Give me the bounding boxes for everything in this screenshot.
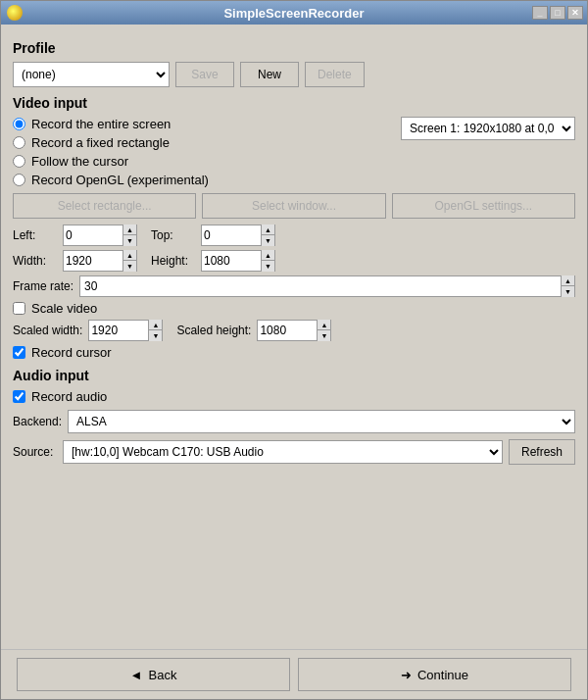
opengl-settings-button[interactable]: OpenGL settings... (392, 193, 575, 219)
scaled-height-input[interactable] (258, 321, 317, 340)
height-up-button[interactable]: ▲ (261, 250, 274, 261)
left-input[interactable] (64, 225, 122, 245)
backend-label: Backend: (13, 415, 62, 428)
maximize-button[interactable]: □ (550, 6, 565, 20)
radio-fixed-rect: Record a fixed rectangle (13, 135, 209, 150)
top-input[interactable] (202, 225, 261, 245)
left-spin-buttons: ▲ ▼ (122, 225, 136, 246)
titlebar: SimpleScreenRecorder _ □ ✕ (1, 1, 587, 25)
height-spinbox: ▲ ▼ (201, 250, 275, 272)
source-row: Source: [hw:10,0] Webcam C170: USB Audio… (13, 439, 575, 465)
new-button[interactable]: New (240, 62, 299, 87)
radio-fixed-rect-input[interactable] (13, 136, 25, 149)
top-label: Top: (151, 228, 195, 242)
refresh-button[interactable]: Refresh (509, 439, 575, 465)
scaled-width-down-button[interactable]: ▼ (148, 330, 162, 341)
scaled-height-down-button[interactable]: ▼ (317, 330, 330, 341)
radio-entire-screen-input[interactable] (13, 118, 25, 130)
framerate-spinbox: ▲ ▼ (79, 275, 575, 297)
source-select[interactable]: [hw:10,0] Webcam C170: USB Audio (63, 440, 503, 464)
radio-entire-screen-label: Record the entire screen (31, 117, 171, 131)
select-window-button[interactable]: Select window... (202, 193, 385, 219)
record-cursor-checkbox[interactable] (13, 346, 25, 359)
backend-select[interactable]: ALSA (68, 410, 575, 433)
scaled-height-spinbox: ▲ ▼ (257, 320, 331, 341)
select-rectangle-button[interactable]: Select rectangle... (13, 193, 196, 219)
radio-opengl-input[interactable] (13, 174, 25, 186)
height-down-button[interactable]: ▼ (261, 261, 274, 272)
radio-fixed-rect-label: Record a fixed rectangle (31, 135, 170, 150)
scale-video-label: Scale video (31, 301, 97, 316)
top-down-button[interactable]: ▼ (261, 235, 274, 246)
back-button[interactable]: ◄ Back (17, 658, 290, 691)
app-icon (7, 5, 23, 21)
radio-follow-cursor: Follow the cursor (13, 154, 209, 169)
width-spinbox: ▲ ▼ (63, 250, 137, 272)
height-input[interactable] (202, 251, 261, 271)
video-radio-group: Record the entire screen Record a fixed … (13, 117, 209, 187)
radio-entire-screen: Record the entire screen (13, 117, 209, 131)
framerate-down-button[interactable]: ▼ (561, 286, 574, 297)
height-spin-buttons: ▲ ▼ (261, 250, 274, 272)
continue-button[interactable]: ➜ Continue (298, 658, 571, 691)
scaled-width-input[interactable] (89, 321, 148, 340)
framerate-up-button[interactable]: ▲ (561, 275, 574, 286)
backend-row: Backend: ALSA (13, 410, 575, 433)
delete-button[interactable]: Delete (305, 62, 365, 87)
radio-opengl-label: Record OpenGL (experimental) (31, 173, 209, 187)
width-input[interactable] (64, 251, 122, 271)
rect-buttons-row: Select rectangle... Select window... Ope… (13, 193, 575, 219)
framerate-label: Frame rate: (13, 279, 74, 293)
radio-follow-cursor-label: Follow the cursor (31, 154, 128, 169)
profile-section-title: Profile (13, 40, 575, 56)
scaled-width-spinbox: ▲ ▼ (88, 320, 163, 341)
left-top-row: Left: ▲ ▼ Top: ▲ ▼ (13, 225, 575, 246)
width-spin-buttons: ▲ ▼ (122, 250, 136, 272)
framerate-spin-buttons: ▲ ▼ (561, 275, 574, 297)
scale-video-checkbox[interactable] (13, 302, 25, 315)
profile-select[interactable]: (none) (13, 62, 170, 87)
radio-follow-cursor-input[interactable] (13, 155, 25, 168)
scaled-width-up-button[interactable]: ▲ (148, 320, 162, 330)
save-button[interactable]: Save (175, 62, 234, 87)
minimize-button[interactable]: _ (532, 6, 548, 20)
screen-select[interactable]: Screen 1: 1920x1080 at 0,0 (401, 117, 575, 140)
top-spin-buttons: ▲ ▼ (261, 225, 274, 246)
framerate-input[interactable] (80, 276, 561, 296)
record-cursor-row: Record cursor (13, 345, 575, 360)
width-up-button[interactable]: ▲ (122, 250, 136, 261)
scaled-width-spin-buttons: ▲ ▼ (148, 320, 162, 341)
width-down-button[interactable]: ▼ (122, 261, 136, 272)
width-label: Width: (13, 254, 57, 268)
left-label: Left: (13, 228, 57, 242)
record-cursor-label: Record cursor (31, 345, 112, 360)
top-spinbox: ▲ ▼ (201, 225, 275, 246)
main-window: SimpleScreenRecorder _ □ ✕ Profile (none… (0, 0, 588, 700)
scaled-height-label: Scaled height: (176, 324, 251, 337)
record-audio-checkbox[interactable] (13, 390, 25, 403)
video-input-section-title: Video input (13, 95, 575, 111)
continue-label: Continue (417, 668, 468, 682)
left-spinbox: ▲ ▼ (63, 225, 137, 246)
scaled-width-height-row: Scaled width: ▲ ▼ Scaled height: ▲ ▼ (13, 320, 575, 341)
close-button[interactable]: ✕ (567, 6, 583, 20)
profile-row: (none) Save New Delete (13, 62, 575, 87)
framerate-row: Frame rate: ▲ ▼ (13, 275, 575, 297)
left-down-button[interactable]: ▼ (122, 235, 136, 246)
record-audio-row: Record audio (13, 389, 575, 404)
scaled-height-spin-buttons: ▲ ▼ (317, 320, 330, 341)
source-label: Source: (13, 445, 57, 459)
bottom-buttons: ◄ Back ➜ Continue (1, 649, 587, 699)
title-text: SimpleScreenRecorder (223, 6, 364, 21)
back-arrow-icon: ◄ (130, 668, 143, 682)
continue-arrow-icon: ➜ (401, 668, 412, 682)
left-up-button[interactable]: ▲ (122, 225, 136, 235)
top-up-button[interactable]: ▲ (261, 225, 274, 235)
window-controls: _ □ ✕ (532, 6, 583, 20)
scaled-width-label: Scaled width: (13, 324, 82, 337)
back-label: Back (148, 668, 176, 682)
scaled-height-up-button[interactable]: ▲ (317, 320, 330, 330)
radio-opengl: Record OpenGL (experimental) (13, 173, 209, 187)
record-audio-label: Record audio (31, 389, 107, 404)
height-label: Height: (151, 254, 195, 268)
